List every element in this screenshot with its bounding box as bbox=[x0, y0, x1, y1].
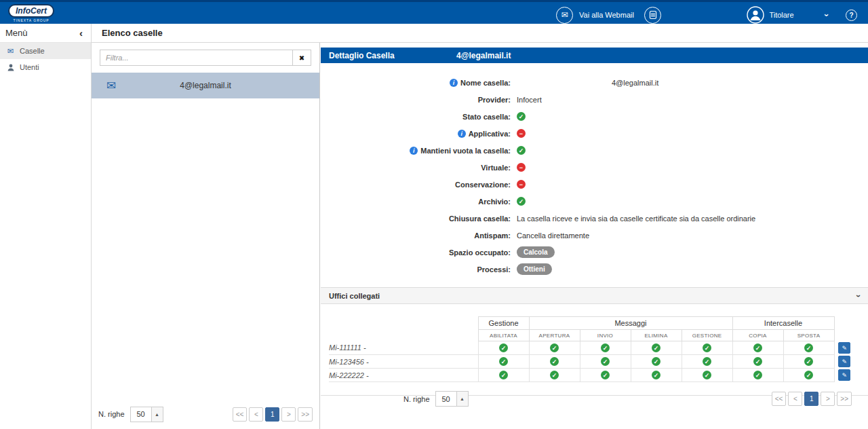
info-icon[interactable]: i bbox=[410, 147, 418, 155]
info-icon[interactable]: i bbox=[458, 130, 466, 138]
pencil-icon: ✎ bbox=[842, 372, 847, 379]
check-circle-icon: ✓ bbox=[499, 343, 508, 352]
field-value: Cancella direttamente bbox=[517, 231, 589, 240]
archive-icon bbox=[644, 7, 661, 24]
check-circle-icon: ✓ bbox=[517, 112, 526, 121]
envelope-icon: ✉ bbox=[106, 79, 116, 93]
office-name: Mi-123456 - bbox=[329, 355, 478, 369]
office-name: Mi-222222 - bbox=[329, 369, 478, 382]
table-group-header-row: Gestione Messaggi Intercaselle bbox=[329, 317, 854, 330]
check-circle-icon: ✓ bbox=[703, 343, 711, 352]
status-cell: ✓ bbox=[682, 355, 732, 369]
uffici-collegati-title: Uffici collegati bbox=[329, 292, 380, 300]
status-cell: ✓ bbox=[732, 369, 783, 382]
group-header-gestione: Gestione bbox=[478, 317, 529, 330]
pagination-prev-button[interactable]: < bbox=[788, 392, 802, 406]
check-circle-icon: ✓ bbox=[652, 371, 660, 379]
pagination-page-1-button[interactable]: 1 bbox=[804, 392, 818, 406]
rows-per-page-selector[interactable]: 50 ▲ bbox=[130, 407, 163, 422]
page-title: Elenco caselle bbox=[92, 24, 868, 43]
status-cell: ✓ bbox=[529, 369, 580, 382]
field-antispam: Antispam: Cancella direttamente bbox=[321, 227, 868, 244]
envelope-icon: ✉ bbox=[6, 47, 15, 56]
offices-pagination: << < 1 > >> bbox=[772, 392, 852, 406]
field-archivio: Archivio: ✓ bbox=[321, 193, 868, 210]
check-circle-icon: ✓ bbox=[517, 197, 526, 206]
sidebar-item-caselle[interactable]: ✉ Caselle bbox=[0, 43, 91, 59]
pagination-page-1-button[interactable]: 1 bbox=[265, 407, 279, 422]
detail-header-mailbox: 4@legalmail.it bbox=[456, 51, 511, 60]
infocert-logo[interactable]: InfoCert TINEXTA GROUP bbox=[8, 4, 54, 22]
ottieni-button[interactable]: Ottieni bbox=[517, 263, 552, 275]
pagination-next-button[interactable]: > bbox=[281, 407, 296, 422]
user-role-label[interactable]: Titolare bbox=[769, 11, 793, 19]
column-header: SPOSTA bbox=[783, 330, 834, 341]
status-cell: ✓ bbox=[783, 369, 834, 382]
collapse-sidebar-icon[interactable]: ‹ bbox=[79, 27, 83, 39]
check-circle-icon: ✓ bbox=[517, 146, 526, 155]
detail-fields: iNome casella: 4@legalmail.it Provider: … bbox=[321, 63, 868, 278]
check-circle-icon: ✓ bbox=[601, 343, 610, 352]
check-circle-icon: ✓ bbox=[753, 357, 762, 366]
calcola-button[interactable]: Calcola bbox=[517, 246, 555, 258]
status-cell: ✓ bbox=[529, 341, 580, 355]
info-icon[interactable]: i bbox=[450, 79, 458, 87]
pagination-first-button[interactable]: << bbox=[772, 392, 787, 406]
archive-button[interactable] bbox=[644, 4, 661, 26]
field-stato-casella: Stato casella: ✓ bbox=[321, 108, 868, 125]
status-cell: ✓ bbox=[682, 369, 732, 382]
offices-table: Gestione Messaggi Intercaselle ABILITATA… bbox=[329, 316, 854, 382]
detail-card: Dettaglio Casella 4@legalmail.it iNome c… bbox=[321, 48, 868, 396]
user-avatar-icon[interactable] bbox=[747, 6, 764, 24]
rows-per-page-value: 50 bbox=[436, 392, 456, 406]
webmail-link[interactable]: ✉ Vai alla Webmail bbox=[556, 4, 634, 26]
pagination-last-button[interactable]: >> bbox=[837, 392, 852, 406]
chevron-down-icon: › bbox=[854, 295, 863, 297]
field-spazio-occupato: Spazio occupato: Calcola bbox=[321, 244, 868, 261]
check-circle-icon: ✓ bbox=[652, 357, 660, 366]
field-value: 4@legalmail.it bbox=[612, 79, 658, 87]
list-pagination: << < 1 > >> bbox=[233, 407, 313, 422]
pagination-first-button[interactable]: << bbox=[233, 407, 248, 422]
rows-per-page-selector[interactable]: 50 ▲ bbox=[435, 391, 469, 407]
check-circle-icon: ✓ bbox=[753, 371, 762, 379]
webmail-envelope-icon: ✉ bbox=[556, 7, 573, 24]
sidebar-item-utenti[interactable]: Utenti bbox=[0, 59, 91, 75]
column-header: ABILITATA bbox=[478, 330, 529, 341]
status-cell: ✓ bbox=[580, 341, 631, 355]
filter-row: ✖ bbox=[92, 43, 319, 71]
field-mantieni-vuota: iMantieni vuota la casella: ✓ bbox=[321, 142, 868, 159]
pagination-prev-button[interactable]: < bbox=[249, 407, 263, 422]
check-circle-icon: ✓ bbox=[804, 343, 813, 352]
edit-office-button[interactable]: ✎ bbox=[838, 356, 850, 367]
column-header: GESTIONE bbox=[682, 330, 732, 341]
edit-office-button[interactable]: ✎ bbox=[838, 342, 850, 354]
uffici-collegati-section-header[interactable]: Uffici collegati › bbox=[321, 287, 868, 304]
mailbox-list-panel: ✖ ✉ 4@legalmail.it N. righe 50 ▲ << < 1 … bbox=[92, 43, 320, 429]
chevron-down-icon[interactable]: › bbox=[821, 14, 831, 16]
top-bar: InfoCert TINEXTA GROUP ✉ Vai alla Webmai… bbox=[0, 0, 868, 24]
check-circle-icon: ✓ bbox=[753, 343, 762, 352]
detail-header: Dettaglio Casella 4@legalmail.it bbox=[321, 48, 868, 63]
pagination-next-button[interactable]: > bbox=[821, 392, 835, 406]
table-column-header-row: ABILITATA APERTURA INVIO ELIMINA GESTION… bbox=[329, 330, 854, 341]
minus-circle-icon: − bbox=[517, 163, 526, 172]
column-header: COPIA bbox=[732, 330, 783, 341]
tinexta-group-label: TINEXTA GROUP bbox=[13, 18, 49, 22]
group-header-intercaselle: Intercaselle bbox=[732, 317, 834, 330]
filter-input[interactable] bbox=[100, 50, 293, 66]
table-row: Mi-222222 - ✓ ✓ ✓ ✓ ✓ ✓ ✓ ✎ bbox=[329, 369, 854, 382]
user-icon bbox=[6, 64, 15, 71]
pagination-last-button[interactable]: >> bbox=[298, 407, 313, 422]
clear-filter-button[interactable]: ✖ bbox=[293, 50, 311, 66]
help-icon[interactable]: ? bbox=[846, 10, 857, 21]
status-cell: ✓ bbox=[732, 341, 783, 355]
pencil-icon: ✎ bbox=[842, 358, 847, 365]
field-nome-casella: iNome casella: 4@legalmail.it bbox=[321, 74, 868, 91]
edit-office-button[interactable]: ✎ bbox=[838, 369, 850, 381]
status-cell: ✓ bbox=[478, 341, 529, 355]
mailbox-list-item[interactable]: ✉ 4@legalmail.it bbox=[92, 73, 319, 98]
check-circle-icon: ✓ bbox=[804, 371, 813, 379]
status-cell: ✓ bbox=[682, 341, 732, 355]
sidebar-item-label: Caselle bbox=[20, 47, 45, 55]
